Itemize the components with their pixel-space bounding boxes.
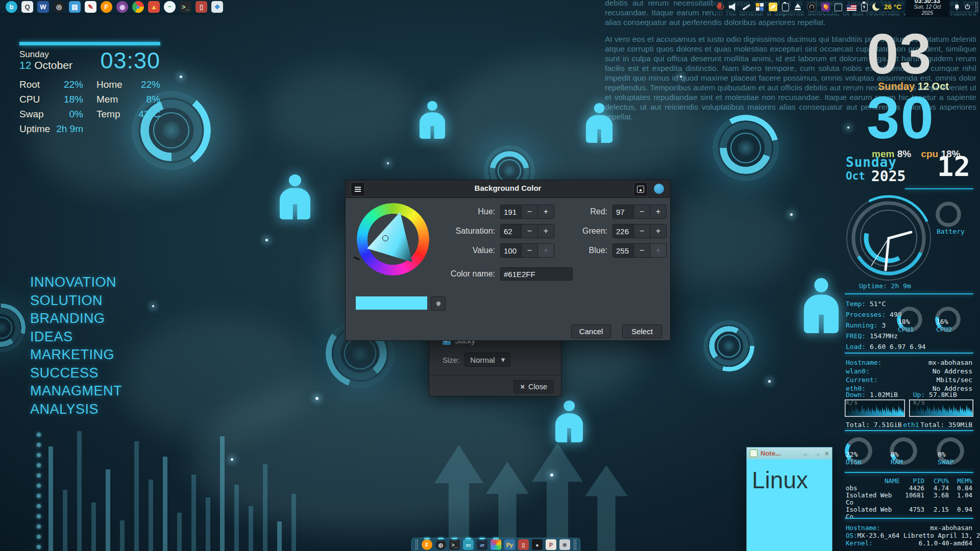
wallpaper-word: MANAGMENT bbox=[30, 382, 122, 400]
battery-charging-icon[interactable] bbox=[861, 3, 868, 11]
note-close-button[interactable]: × bbox=[825, 449, 829, 458]
launcher-firefox[interactable]: F bbox=[101, 1, 112, 13]
spin-increment-button[interactable]: + bbox=[650, 224, 666, 238]
spin-value[interactable]: 97 bbox=[613, 205, 633, 218]
cpu2-ring: 16%CPU2 bbox=[935, 307, 961, 332]
net-value: No Address bbox=[933, 367, 972, 375]
dock-settings[interactable]: ✱ bbox=[559, 539, 570, 550]
star-glow bbox=[550, 473, 553, 477]
dock-glyph: ● bbox=[535, 542, 538, 548]
dock-grip[interactable] bbox=[573, 539, 577, 550]
dock-display-cast[interactable]: ▭ bbox=[463, 539, 474, 550]
dock-obs[interactable]: ◎ bbox=[435, 539, 446, 550]
launcher-dictionary[interactable]: ▯ bbox=[195, 1, 207, 13]
cancel-button[interactable]: Cancel bbox=[571, 324, 611, 338]
launcher-packages[interactable]: ❖ bbox=[211, 1, 223, 13]
dock-wine[interactable]: P bbox=[546, 539, 556, 550]
star-glow bbox=[768, 380, 771, 383]
spin-increment-button[interactable]: + bbox=[650, 205, 666, 218]
night-mode-moon-icon[interactable] bbox=[872, 3, 880, 11]
note-forward-button[interactable]: → bbox=[814, 449, 821, 458]
dock-color-picker[interactable] bbox=[491, 539, 501, 550]
dialog-titlebar[interactable]: Background Color ▴ bbox=[346, 180, 670, 198]
close-icon: × bbox=[520, 383, 524, 391]
spin-value[interactable]: 62 bbox=[501, 224, 521, 238]
notes-icon[interactable] bbox=[769, 3, 777, 11]
us-flag-icon[interactable] bbox=[847, 5, 856, 11]
launcher-tor-browser[interactable]: ◉ bbox=[116, 1, 128, 13]
power-icon[interactable] bbox=[964, 3, 971, 11]
spin-increment-button[interactable]: + bbox=[650, 244, 666, 257]
ram-ring: 8%RAM bbox=[890, 437, 917, 465]
ram-label: RAM bbox=[891, 458, 902, 466]
widgets-icon[interactable] bbox=[755, 3, 764, 11]
obs-tray-icon[interactable] bbox=[807, 2, 817, 12]
close-button[interactable]: × Close bbox=[513, 380, 554, 393]
launcher-glyph: ~ bbox=[168, 3, 172, 11]
spin-decrement-button[interactable]: − bbox=[633, 224, 650, 238]
volume-icon[interactable] bbox=[729, 3, 738, 11]
droplet-icon bbox=[435, 300, 441, 306]
launcher-system-monitor[interactable]: ~ bbox=[164, 1, 176, 13]
dock-glyph: ▯ bbox=[522, 542, 525, 548]
dock-terminal[interactable]: >_ bbox=[449, 539, 460, 550]
color-picker-button[interactable] bbox=[431, 296, 446, 311]
dock-camera[interactable]: ● bbox=[532, 539, 543, 550]
dot-decoration bbox=[37, 484, 41, 488]
swap-ring: 0%SWAP bbox=[937, 437, 964, 465]
spin-decrement-button[interactable]: − bbox=[633, 244, 650, 257]
stylus-icon[interactable] bbox=[742, 3, 751, 11]
eject-icon[interactable] bbox=[794, 3, 802, 11]
person-silhouette bbox=[420, 101, 445, 139]
clipboard-icon[interactable] bbox=[782, 3, 789, 11]
launcher-whisker-menu[interactable]: b bbox=[6, 1, 17, 13]
shade-button[interactable]: ▴ bbox=[633, 182, 648, 196]
launcher-obs[interactable]: ◎ bbox=[53, 1, 65, 13]
dock-grip[interactable] bbox=[415, 539, 419, 550]
package-box-icon[interactable] bbox=[835, 4, 842, 11]
select-button[interactable]: Select bbox=[622, 324, 662, 338]
spin-decrement-button[interactable]: − bbox=[521, 205, 537, 218]
launcher-chrome[interactable]: ● bbox=[132, 1, 144, 13]
note-body[interactable]: Linux bbox=[747, 459, 832, 551]
wallpaper-word: BRANDING bbox=[30, 310, 122, 328]
spin-decrement-button[interactable]: − bbox=[521, 244, 537, 257]
cpu2-label: CPU2 bbox=[936, 325, 952, 333]
spin-decrement-button[interactable]: − bbox=[521, 224, 537, 238]
launcher-notes[interactable]: ✎ bbox=[85, 1, 96, 13]
microphone-icon[interactable] bbox=[716, 3, 724, 11]
app-circle-icon[interactable] bbox=[654, 184, 664, 194]
color-name-input[interactable] bbox=[500, 267, 573, 281]
spin-value[interactable]: 226 bbox=[613, 224, 633, 238]
dock-libreoffice[interactable]: ▱ bbox=[477, 539, 487, 550]
note-titlebar[interactable]: Note... ← → × bbox=[747, 447, 832, 459]
stat-row: Uptime2h 9m bbox=[19, 123, 83, 135]
launcher-hotspot[interactable]: ▲ bbox=[148, 1, 160, 13]
upload-graph bbox=[909, 399, 973, 417]
dock-firefox[interactable]: F bbox=[422, 539, 432, 550]
launcher-word[interactable]: W bbox=[37, 1, 49, 13]
iface: eth1 bbox=[903, 421, 919, 429]
cpu1-ring: 18%CPU1 bbox=[897, 307, 922, 332]
note-back-button[interactable]: ← bbox=[802, 449, 810, 458]
dock-dictionary[interactable]: ▯ bbox=[518, 539, 529, 550]
launcher-search[interactable]: Q bbox=[21, 1, 33, 13]
spin-value[interactable]: 191 bbox=[501, 205, 521, 218]
launcher-file-manager[interactable]: ▤ bbox=[69, 1, 81, 13]
info-label: FREQ: bbox=[846, 332, 866, 340]
tray-clock[interactable]: 03:30:33 Sun, 12 Oct 2025 bbox=[905, 0, 949, 17]
divider bbox=[845, 518, 973, 519]
panel-grip[interactable] bbox=[975, 2, 978, 12]
proc-mem: 0.84 bbox=[949, 485, 972, 492]
flame-icon[interactable] bbox=[821, 3, 830, 11]
dock-python[interactable]: Py bbox=[504, 539, 515, 550]
spin-value[interactable]: 100 bbox=[501, 244, 521, 257]
notifications-bell-icon[interactable] bbox=[953, 3, 961, 11]
color-marker[interactable] bbox=[382, 235, 388, 241]
spin-decrement-button[interactable]: − bbox=[633, 205, 650, 218]
size-dropdown[interactable]: Normal ▾ bbox=[464, 353, 510, 367]
spin-value[interactable]: 255 bbox=[613, 244, 633, 257]
rgb-fields: Red: 97 − + Green: 226 − + bbox=[550, 205, 667, 257]
temperature-indicator[interactable]: 26 °C bbox=[884, 3, 901, 11]
launcher-terminal[interactable]: >_ bbox=[180, 1, 191, 13]
